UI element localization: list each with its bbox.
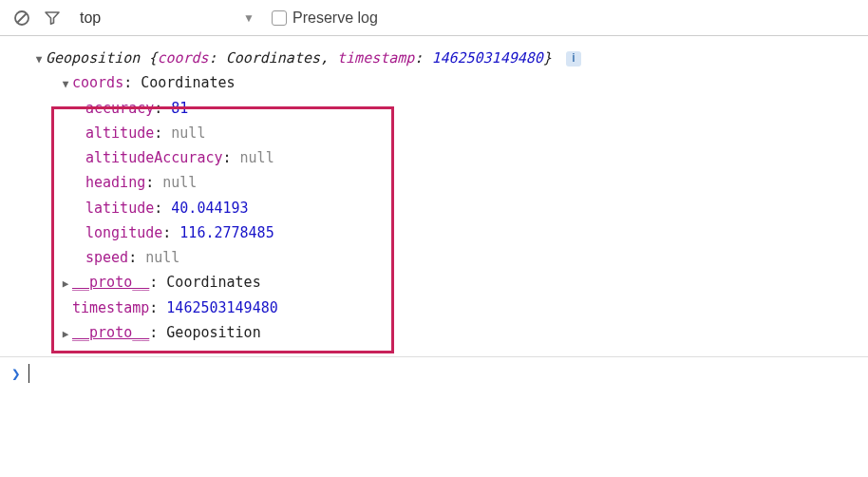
property-row: latitude: 40.044193 xyxy=(11,196,857,220)
caret-down-icon[interactable]: ▼ xyxy=(59,75,72,93)
console-toolbar: top ▼ Preserve log xyxy=(0,0,868,36)
property-row: altitudeAccuracy: null xyxy=(11,145,857,170)
object-class: Geoposition xyxy=(46,49,140,67)
chevron-down-icon: ▼ xyxy=(243,11,255,25)
preserve-log-toggle[interactable]: Preserve log xyxy=(272,10,378,27)
proto-row[interactable]: ▶__proto__: Geoposition xyxy=(11,320,857,345)
checkbox-icon xyxy=(272,10,287,26)
info-icon[interactable]: i xyxy=(566,51,581,67)
prompt-chevron-icon: ❯ xyxy=(11,365,21,383)
property-row: accuracy: 81 xyxy=(11,96,857,121)
caret-right-icon[interactable]: ▶ xyxy=(59,325,72,343)
caret-down-icon[interactable]: ▼ xyxy=(32,50,46,68)
property-row: altitude: null xyxy=(11,121,857,145)
filter-icon[interactable] xyxy=(42,8,63,29)
property-row: longitude: 116.2778485 xyxy=(11,220,857,245)
clear-console-icon[interactable] xyxy=(11,8,32,29)
property-row: timestamp: 1462503149480 xyxy=(11,296,857,320)
svg-line-1 xyxy=(18,13,27,22)
coords-header[interactable]: ▼coords: Coordinates xyxy=(11,70,857,95)
console-prompt[interactable]: ❯ xyxy=(0,356,868,390)
text-cursor xyxy=(28,364,30,383)
caret-right-icon[interactable]: ▶ xyxy=(59,275,72,293)
context-selector[interactable]: top ▼ xyxy=(72,7,262,29)
object-header[interactable]: ▼Geoposition {coords: Coordinates, times… xyxy=(11,46,857,70)
proto-row[interactable]: ▶__proto__: Coordinates xyxy=(11,270,857,295)
preserve-log-label: Preserve log xyxy=(292,10,378,27)
console-input[interactable] xyxy=(37,363,857,384)
console-output: ▼Geoposition {coords: Coordinates, times… xyxy=(0,36,868,390)
context-label: top xyxy=(80,10,101,27)
property-row: heading: null xyxy=(11,170,857,195)
property-row: speed: null xyxy=(11,245,857,270)
